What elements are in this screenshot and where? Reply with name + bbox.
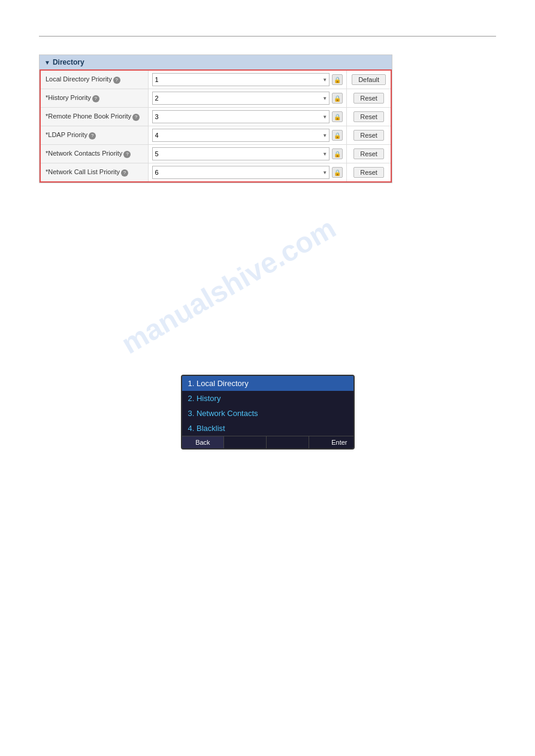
priority-select-0[interactable]: 123456 — [152, 73, 330, 86]
select-wrapper: 123456▼ — [152, 92, 330, 105]
reset-button-4[interactable]: Reset — [353, 148, 384, 159]
dir-label-cell: *LDAP Priority? — [40, 126, 148, 145]
select-wrapper: 123456▼ — [152, 147, 330, 160]
dir-label-cell: *Network Contacts Priority? — [40, 145, 148, 163]
collapse-arrow-icon[interactable]: ▼ — [44, 59, 50, 66]
phone-softkeys: Back Enter — [182, 436, 353, 448]
menu-item-label-3: Blacklist — [197, 424, 225, 433]
dir-value-cell: 123456▼🔒 — [148, 163, 347, 183]
priority-select-5[interactable]: 123456 — [152, 166, 330, 179]
menu-item-label-0: Local Directory — [197, 379, 249, 388]
dir-value-cell: 123456▼🔒 — [148, 108, 347, 126]
select-wrapper: 123456▼ — [152, 73, 330, 86]
dir-label-cell: *Remote Phone Book Priority? — [40, 108, 148, 126]
priority-select-1[interactable]: 123456 — [152, 92, 330, 105]
dir-label: *Network Call List Priority — [46, 168, 120, 175]
phone-screen: 1. Local Directory2. History3. Network C… — [181, 375, 355, 450]
dir-value-cell: 123456▼🔒 — [148, 126, 347, 145]
dir-action-cell: Default — [347, 70, 391, 89]
dir-label: Local Directory Priority — [46, 75, 112, 83]
priority-select-3[interactable]: 123456 — [152, 129, 330, 142]
table-row: *Network Call List Priority?123456▼🔒Rese… — [40, 163, 391, 183]
table-row: *Network Contacts Priority?123456▼🔒Reset — [40, 145, 391, 163]
dir-action-cell: Reset — [347, 163, 391, 183]
lock-icon-0[interactable]: 🔒 — [332, 74, 343, 85]
phone-screen-content: 1. Local Directory2. History3. Network C… — [182, 376, 353, 448]
menu-item-number-0: 1. — [188, 379, 197, 388]
dir-label: *History Priority — [46, 94, 91, 101]
phone-screen-container: 1. Local Directory2. History3. Network C… — [0, 375, 535, 450]
table-row: *Remote Phone Book Priority?123456▼🔒Rese… — [40, 108, 391, 126]
dir-action-cell: Reset — [347, 126, 391, 145]
dir-label: *Remote Phone Book Priority — [46, 113, 131, 120]
directory-section: ▼ Directory Local Directory Priority?123… — [39, 54, 392, 183]
help-icon[interactable]: ? — [132, 114, 140, 121]
table-row: Local Directory Priority?123456▼🔒Default — [40, 70, 391, 89]
dir-value-cell: 123456▼🔒 — [148, 70, 347, 89]
help-icon[interactable]: ? — [89, 132, 96, 139]
table-row: *LDAP Priority?123456▼🔒Reset — [40, 126, 391, 145]
softkey-center2 — [267, 436, 309, 448]
page-content: ▼ Directory Local Directory Priority?123… — [0, 37, 535, 195]
menu-item-number-3: 4. — [188, 424, 197, 433]
phone-menu-item-1[interactable]: 2. History — [182, 391, 353, 406]
lock-icon-5[interactable]: 🔒 — [332, 167, 343, 178]
select-wrapper: 123456▼ — [152, 110, 330, 123]
lock-icon-3[interactable]: 🔒 — [332, 130, 343, 141]
directory-rows-container: Local Directory Priority?123456▼🔒Default… — [40, 69, 392, 183]
priority-select-2[interactable]: 123456 — [152, 110, 330, 123]
dir-label-cell: Local Directory Priority? — [40, 70, 148, 89]
default-button[interactable]: Default — [352, 74, 386, 85]
phone-menu-item-0[interactable]: 1. Local Directory — [182, 376, 353, 391]
help-icon[interactable]: ? — [121, 169, 128, 177]
help-icon[interactable]: ? — [123, 151, 131, 158]
dir-action-cell: Reset — [347, 108, 391, 126]
reset-button-3[interactable]: Reset — [353, 130, 384, 141]
select-wrapper: 123456▼ — [152, 129, 330, 142]
dir-value-cell: 123456▼🔒 — [148, 89, 347, 108]
priority-select-4[interactable]: 123456 — [152, 147, 330, 160]
reset-button-2[interactable]: Reset — [353, 111, 384, 122]
menu-item-label-1: History — [197, 394, 220, 403]
phone-menu-item-2[interactable]: 3. Network Contacts — [182, 406, 353, 421]
menu-item-label-2: Network Contacts — [197, 409, 258, 418]
dir-label-cell: *Network Call List Priority? — [40, 163, 148, 183]
watermark: manualshive.com — [116, 211, 341, 360]
softkey-back[interactable]: Back — [182, 436, 225, 448]
lock-icon-4[interactable]: 🔒 — [332, 148, 343, 159]
lock-icon-1[interactable]: 🔒 — [332, 93, 343, 104]
phone-menu-item-3[interactable]: 4. Blacklist — [182, 421, 353, 436]
dir-label-cell: *History Priority? — [40, 89, 148, 108]
lock-icon-2[interactable]: 🔒 — [332, 111, 343, 122]
dir-action-cell: Reset — [347, 145, 391, 163]
dir-label: *LDAP Priority — [46, 131, 87, 138]
menu-item-number-1: 2. — [188, 394, 197, 403]
directory-header: ▼ Directory — [40, 55, 392, 69]
reset-button-5[interactable]: Reset — [353, 167, 384, 178]
reset-button-1[interactable]: Reset — [353, 93, 384, 104]
select-wrapper: 123456▼ — [152, 166, 330, 179]
menu-item-number-2: 3. — [188, 409, 197, 418]
dir-value-cell: 123456▼🔒 — [148, 145, 347, 163]
dir-action-cell: Reset — [347, 89, 391, 108]
directory-title: Directory — [53, 58, 84, 66]
softkey-enter[interactable]: Enter — [309, 436, 353, 448]
dir-label: *Network Contacts Priority — [46, 150, 122, 157]
table-row: *History Priority?123456▼🔒Reset — [40, 89, 391, 108]
help-icon[interactable]: ? — [92, 95, 99, 102]
phone-menu-container: 1. Local Directory2. History3. Network C… — [182, 376, 353, 436]
help-icon[interactable]: ? — [113, 77, 120, 84]
softkey-center1 — [224, 436, 267, 448]
